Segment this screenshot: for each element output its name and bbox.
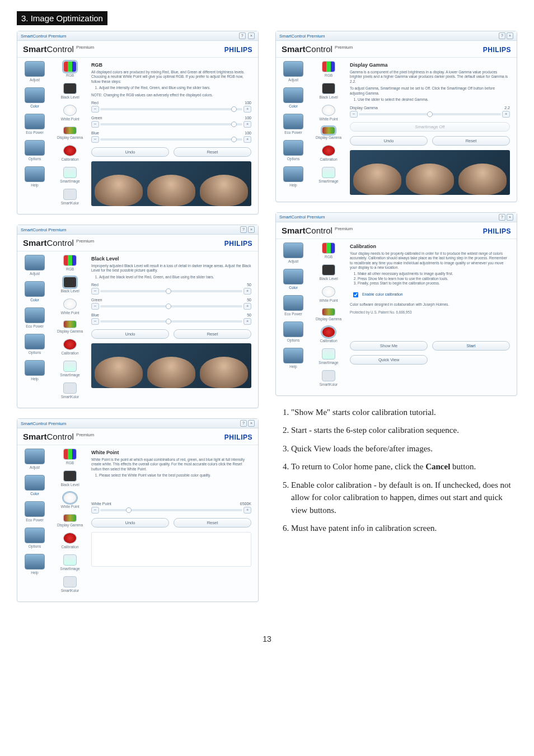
blue-slider[interactable] <box>100 138 242 141</box>
sub-black[interactable]: Black Level <box>312 264 345 281</box>
close-icon[interactable]: × <box>248 226 255 233</box>
sub-white[interactable]: White Point <box>53 105 87 121</box>
sub-gamma[interactable]: Display Gamma <box>312 127 345 139</box>
start-button[interactable]: Start <box>432 341 510 351</box>
gamma-slider[interactable] <box>359 113 501 115</box>
undo-button[interactable]: Undo <box>350 136 428 146</box>
sub-simg[interactable]: SmartImage <box>53 167 87 183</box>
show-me-button[interactable]: Show Me <box>350 341 428 351</box>
sub-cal[interactable]: Calibration <box>53 339 87 355</box>
wp-slider[interactable] <box>100 509 242 511</box>
nav-help[interactable]: Help <box>18 360 51 381</box>
sub-rgb[interactable]: RGB <box>312 61 345 77</box>
sub-white[interactable]: White Point <box>312 105 345 121</box>
nav-adjust[interactable]: Adjust <box>18 61 51 82</box>
smartimage-off-button[interactable]: SmartImage Off <box>350 122 510 132</box>
sub-black[interactable]: Black Level <box>53 83 87 99</box>
nav-help[interactable]: Help <box>18 554 51 575</box>
green-plus[interactable]: + <box>243 121 251 128</box>
sub-rgb[interactable]: RGB <box>53 255 87 271</box>
nav-help[interactable]: Help <box>18 166 51 187</box>
sub-rgb[interactable]: RGB <box>312 242 345 259</box>
reset-button[interactable]: Reset <box>174 147 251 157</box>
nav-adjust[interactable]: Adjust <box>277 61 310 82</box>
sub-white[interactable]: White Point <box>53 298 87 315</box>
red-minus[interactable]: − <box>91 288 99 295</box>
sub-gamma[interactable]: Display Gamma <box>53 127 87 139</box>
sub-black[interactable]: Black Level <box>312 83 345 99</box>
nav-color[interactable]: Color <box>18 281 51 302</box>
nav-eco[interactable]: Eco Power <box>18 501 51 522</box>
help-icon[interactable]: ? <box>240 226 247 233</box>
nav-options[interactable]: Options <box>277 140 310 161</box>
sub-skolor[interactable]: SmartKolor <box>53 382 87 399</box>
nav-color[interactable]: Color <box>18 475 51 496</box>
undo-button[interactable]: Undo <box>91 147 169 157</box>
green-slider[interactable] <box>100 305 242 307</box>
sub-simg[interactable]: SmartImage <box>312 348 345 365</box>
sub-skolor[interactable]: SmartKolor <box>53 189 87 205</box>
nav-color[interactable]: Color <box>277 269 310 290</box>
nav-eco[interactable]: Eco Power <box>18 114 51 134</box>
nav-options[interactable]: Options <box>18 334 51 354</box>
sub-cal[interactable]: Calibration <box>312 326 345 343</box>
nav-adjust[interactable]: Adjust <box>18 255 51 276</box>
sub-skolor[interactable]: SmartKolor <box>53 576 87 592</box>
sub-cal[interactable]: Calibration <box>312 145 345 161</box>
reset-button[interactable]: Reset <box>174 518 251 528</box>
green-slider[interactable] <box>100 123 242 125</box>
reset-button[interactable]: Reset <box>432 136 510 146</box>
help-icon[interactable]: ? <box>240 420 247 427</box>
sub-gamma[interactable]: Display Gamma <box>53 320 87 333</box>
gamma-plus[interactable]: + <box>502 111 510 118</box>
blue-minus[interactable]: − <box>91 136 99 143</box>
nav-color[interactable]: Color <box>277 87 310 108</box>
sub-simg[interactable]: SmartImage <box>53 361 87 377</box>
nav-eco[interactable]: Eco Power <box>277 295 310 316</box>
nav-options[interactable]: Options <box>18 140 51 161</box>
sub-rgb[interactable]: RGB <box>53 61 87 77</box>
red-minus[interactable]: − <box>91 106 99 113</box>
gamma-minus[interactable]: − <box>350 111 358 118</box>
enable-cal-checkbox[interactable]: Enable color calibration <box>350 290 510 300</box>
nav-options[interactable]: Options <box>277 321 310 342</box>
sub-black[interactable]: Black Level <box>53 470 87 487</box>
nav-help[interactable]: Help <box>277 348 310 368</box>
red-slider[interactable] <box>100 108 242 110</box>
help-icon[interactable]: ? <box>239 32 246 39</box>
nav-adjust[interactable]: Adjust <box>18 449 51 469</box>
nav-color[interactable]: Color <box>18 87 51 108</box>
nav-adjust[interactable]: Adjust <box>277 242 310 263</box>
green-plus[interactable]: + <box>243 303 251 310</box>
red-slider[interactable] <box>100 290 242 292</box>
red-plus[interactable]: + <box>243 106 251 113</box>
reset-button[interactable]: Reset <box>174 329 251 339</box>
close-icon[interactable]: × <box>507 214 513 221</box>
sub-rgb[interactable]: RGB <box>53 449 87 465</box>
sub-simg[interactable]: SmartImage <box>312 167 345 183</box>
sub-gamma[interactable]: Display Gamma <box>53 514 87 527</box>
wp-plus[interactable]: + <box>243 507 251 514</box>
quick-view-button[interactable]: Quick View <box>350 355 428 365</box>
help-icon[interactable]: ? <box>499 214 505 221</box>
sub-skolor[interactable]: SmartKolor <box>312 370 345 386</box>
close-icon[interactable]: × <box>248 420 255 427</box>
close-icon[interactable]: × <box>507 32 513 39</box>
sub-cal[interactable]: Calibration <box>53 533 87 549</box>
nav-eco[interactable]: Eco Power <box>18 307 51 328</box>
nav-help[interactable]: Help <box>277 166 310 187</box>
blue-plus[interactable]: + <box>243 318 251 325</box>
undo-button[interactable]: Undo <box>91 518 169 528</box>
red-plus[interactable]: + <box>243 288 251 295</box>
blue-plus[interactable]: + <box>243 136 251 143</box>
sub-simg[interactable]: SmartImage <box>53 554 87 571</box>
nav-options[interactable]: Options <box>18 528 51 548</box>
green-minus[interactable]: − <box>91 121 99 128</box>
sub-gamma[interactable]: Display Gamma <box>312 308 345 321</box>
green-minus[interactable]: − <box>91 303 99 310</box>
sub-white[interactable]: White Point <box>312 286 345 302</box>
close-icon[interactable]: × <box>248 32 255 39</box>
blue-slider[interactable] <box>100 320 242 323</box>
sub-cal[interactable]: Calibration <box>53 145 87 161</box>
undo-button[interactable]: Undo <box>91 329 169 339</box>
